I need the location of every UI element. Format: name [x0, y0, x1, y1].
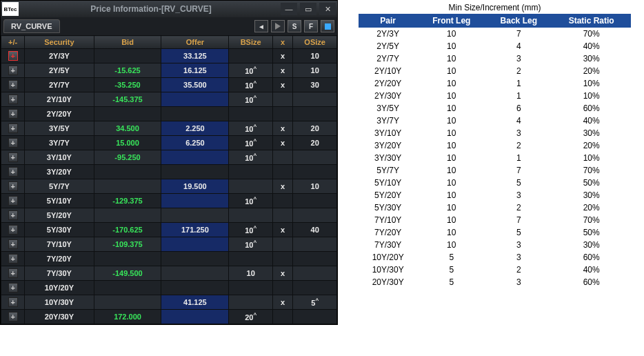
add-row-button[interactable]: + [1, 165, 25, 179]
bsize-cell[interactable]: 10^ [229, 237, 273, 252]
add-row-button[interactable]: + [1, 150, 25, 165]
security-cell[interactable]: 3Y/10Y [25, 150, 94, 165]
osize-cell[interactable] [293, 150, 337, 165]
grid-row[interactable]: +20Y/30Y172.00020^ [1, 310, 337, 324]
bid-cell[interactable]: -109.375 [94, 237, 161, 252]
bsize-cell[interactable]: 10 [229, 266, 273, 281]
add-row-button[interactable]: + [1, 208, 25, 223]
security-cell[interactable]: 5Y/30Y [25, 223, 94, 237]
x-cell[interactable] [272, 252, 292, 266]
add-row-button[interactable]: + [1, 49, 25, 63]
grid-row[interactable]: +2Y/20Y [1, 107, 337, 121]
grid-row[interactable]: +3Y/10Y-95.25010^ [1, 150, 337, 165]
osize-cell[interactable] [293, 107, 337, 121]
offer-cell[interactable] [161, 237, 229, 252]
grid-row[interactable]: +7Y/30Y-149.50010x [1, 266, 337, 281]
bid-cell[interactable]: -95.250 [94, 150, 161, 165]
bsize-cell[interactable] [229, 281, 273, 295]
x-cell[interactable] [272, 194, 292, 208]
bsize-cell[interactable] [229, 107, 273, 121]
x-cell[interactable]: x [272, 295, 292, 310]
osize-cell[interactable]: 10 [293, 179, 337, 194]
x-cell[interactable] [272, 150, 292, 165]
x-cell[interactable] [272, 107, 292, 121]
osize-cell[interactable]: 30 [293, 78, 337, 92]
bid-cell[interactable] [94, 281, 161, 295]
f-button[interactable]: F [304, 20, 318, 32]
grid-row[interactable]: +5Y/30Y-170.625171.25010^x40 [1, 223, 337, 237]
x-cell[interactable]: x [272, 49, 292, 63]
s-button[interactable]: S [288, 20, 301, 32]
col-header-bsize[interactable]: BSize [229, 36, 273, 49]
x-cell[interactable] [272, 310, 292, 324]
bsize-cell[interactable] [229, 208, 273, 223]
add-row-button[interactable]: + [1, 107, 25, 121]
offer-cell[interactable] [161, 150, 229, 165]
osize-cell[interactable] [293, 165, 337, 179]
offer-cell[interactable]: 2.250 [161, 121, 229, 136]
grid-row[interactable]: +5Y/10Y-129.37510^ [1, 194, 337, 208]
x-cell[interactable]: x [272, 136, 292, 150]
bsize-cell[interactable]: 10^ [229, 121, 273, 136]
bid-cell[interactable] [94, 49, 161, 63]
security-cell[interactable]: 2Y/10Y [25, 92, 94, 107]
offer-cell[interactable]: 41.125 [161, 295, 229, 310]
bsize-cell[interactable]: 10^ [229, 136, 273, 150]
col-header-security[interactable]: Security [25, 36, 94, 49]
bid-cell[interactable]: -149.500 [94, 266, 161, 281]
col-header-bid[interactable]: Bid [94, 36, 161, 49]
security-cell[interactable]: 5Y/20Y [25, 208, 94, 223]
security-cell[interactable]: 7Y/10Y [25, 237, 94, 252]
grid-row[interactable]: +3Y/7Y15.0006.25010^x20 [1, 136, 337, 150]
offer-cell[interactable]: 19.500 [161, 179, 229, 194]
bsize-cell[interactable] [229, 295, 273, 310]
grid-row[interactable]: +2Y/3Y33.125x10 [1, 49, 337, 63]
col-header-offer[interactable]: Offer [161, 36, 229, 49]
next-button[interactable] [271, 20, 285, 32]
security-cell[interactable]: 5Y/10Y [25, 194, 94, 208]
add-row-button[interactable]: + [1, 223, 25, 237]
bsize-cell[interactable]: 20^ [229, 310, 273, 324]
security-cell[interactable]: 5Y/7Y [25, 179, 94, 194]
bid-cell[interactable] [94, 179, 161, 194]
bsize-cell[interactable] [229, 49, 273, 63]
grid-row[interactable]: +2Y/5Y-15.62516.12510^x10 [1, 63, 337, 78]
security-cell[interactable]: 7Y/20Y [25, 252, 94, 266]
col-header-pm[interactable]: +/- [1, 36, 25, 49]
offer-cell[interactable] [161, 92, 229, 107]
maximize-button[interactable]: ▭ [300, 3, 316, 15]
add-row-button[interactable]: + [1, 78, 25, 92]
bsize-cell[interactable]: 10^ [229, 92, 273, 107]
offer-cell[interactable] [161, 208, 229, 223]
x-cell[interactable]: x [272, 179, 292, 194]
add-row-button[interactable]: + [1, 237, 25, 252]
security-cell[interactable]: 10Y/30Y [25, 295, 94, 310]
offer-cell[interactable]: 35.500 [161, 78, 229, 92]
add-row-button[interactable]: + [1, 194, 25, 208]
osize-cell[interactable] [293, 266, 337, 281]
grid-row[interactable]: +3Y/5Y34.5002.25010^x20 [1, 121, 337, 136]
bid-cell[interactable] [94, 295, 161, 310]
osize-cell[interactable]: 10 [293, 63, 337, 78]
bid-cell[interactable]: -145.375 [94, 92, 161, 107]
bid-cell[interactable]: -129.375 [94, 194, 161, 208]
add-row-button[interactable]: + [1, 63, 25, 78]
osize-cell[interactable] [293, 194, 337, 208]
bid-cell[interactable]: -35.250 [94, 78, 161, 92]
security-cell[interactable]: 3Y/5Y [25, 121, 94, 136]
bid-cell[interactable] [94, 252, 161, 266]
add-row-button[interactable]: + [1, 92, 25, 107]
offer-cell[interactable] [161, 310, 229, 324]
offer-cell[interactable]: 16.125 [161, 63, 229, 78]
add-row-button[interactable]: + [1, 266, 25, 281]
bid-cell[interactable]: 15.000 [94, 136, 161, 150]
offer-cell[interactable] [161, 165, 229, 179]
grid-row[interactable]: +5Y/7Y19.500x10 [1, 179, 337, 194]
offer-cell[interactable] [161, 266, 229, 281]
osize-cell[interactable] [293, 237, 337, 252]
x-cell[interactable] [272, 92, 292, 107]
security-cell[interactable]: 3Y/7Y [25, 136, 94, 150]
security-cell[interactable]: 10Y/20Y [25, 281, 94, 295]
grid-row[interactable]: +2Y/7Y-35.25035.50010^x30 [1, 78, 337, 92]
add-row-button[interactable]: + [1, 281, 25, 295]
